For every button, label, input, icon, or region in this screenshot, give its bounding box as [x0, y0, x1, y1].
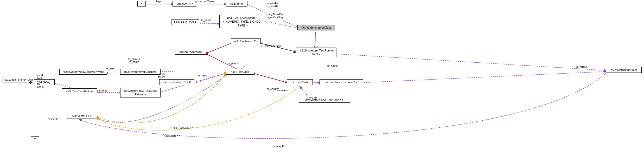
node-std-basic-string: std::basic_string< char > [3, 77, 30, 82]
label-cond-limit-etc: cond limit message file actual [37, 74, 48, 88]
node-ns3-testcase: ns3::TestCase [226, 69, 254, 75]
node-label: ns3::TestCase [231, 70, 249, 73]
node-label: std::vector< TestSuite * > [326, 81, 357, 84]
label-elements-vector-t: elements [48, 118, 58, 121]
node-tcpyeahincrementtest: TcpYeahIncrementTest [297, 25, 335, 30]
node-t: T [31, 136, 39, 142]
svg-line-21 [252, 73, 288, 83]
node-ns3-testcase-result: ns3::TestCase::Result [159, 79, 194, 85]
label-clock-failure: clock failure [158, 73, 165, 79]
node-ns3-time: ns3::Time [226, 1, 247, 6]
label-m-value: m_value [201, 19, 211, 22]
svg-line-15 [335, 54, 606, 70]
label-m-lastackedseq: m_lastAckedSeq m_nextTxSeq [265, 13, 284, 19]
node-k: K [137, 1, 146, 6]
label-elements-testcase-ptr: elements [307, 97, 317, 100]
node-label: std::vector< T > [72, 114, 92, 118]
label-m-runner: m_runner [327, 64, 339, 67]
node-ns3-sequencenumber: ns3::SequenceNumber< NUMERIC_TYPE, SIGNE… [219, 15, 264, 28]
node-std-vector-testcasefailure: std::vector< ns3::TestCaseFailure > [120, 88, 161, 97]
node-ns3-testrunnerimpl: ns3::TestRunnerImpl [606, 67, 642, 73]
node-label: ns3::SystemWallClockMs [124, 70, 157, 73]
label-m-priv: m_priv [106, 68, 114, 70]
label-m-minrtt-m-basertt: m_minRtt m_baseRtt [266, 2, 278, 8]
node-label: ns3::Singleton< TestRunnerImpl > [299, 49, 334, 56]
node-std-vector-testsuite-ptr: std::vector< TestSuite * > [320, 79, 363, 85]
label-elements-testcasefailure: elements [97, 89, 107, 92]
node-label: ns3::SequenceNumber< NUMERIC_TYPE, SIGNE… [223, 16, 261, 27]
label-m-parent: m_parent [228, 62, 239, 65]
label-elements-testsuite: elements [277, 89, 288, 92]
node-ns3-testsuite: ns3::TestSuite [287, 79, 313, 85]
node-label: ns3::TestRunnerImpl [611, 68, 637, 71]
node-label: std::set< K > [177, 2, 193, 5]
node-label: ns3::TestCaseFailure [66, 90, 93, 93]
node-label: NUMERIC_TYPE [174, 21, 196, 24]
node-ns3-testcasefailure: ns3::TestCaseFailure [62, 88, 97, 94]
label-m-result: m_result [198, 74, 208, 77]
label-ns3-testcase-ptr: < ns3::TestCase * > [170, 126, 193, 129]
node-label: ns3::NonCopyable [179, 50, 202, 53]
diagram-container: std::basic_string< char > std::string ns… [0, 0, 644, 163]
label-testsuite-ptr: < TestSuite * > [163, 134, 180, 137]
svg-line-17 [252, 73, 288, 83]
node-label: ns3::Time [231, 2, 243, 5]
node-label: ns3::SystemWallClockMsPrivate [63, 70, 104, 73]
label-testrunnerimpl: < TestRunnerImpl [261, 45, 281, 48]
label-keys: keys [156, 0, 162, 3]
node-ns3-noncopyable: ns3::NonCopyable [175, 49, 206, 55]
node-ns3-systemwallclockmsprivate: ns3::SystemWallClockMsPrivate [59, 69, 107, 75]
svg-line-13 [206, 43, 232, 54]
node-label: std::basic_string< char > [4, 78, 36, 81]
node-ns3-singleton-t: ns3::Singleton< T > [231, 38, 261, 44]
node-ns3-singleton-testrunnerimpl: ns3::Singleton< TestRunnerImpl > [296, 48, 336, 57]
node-label: T [34, 138, 36, 141]
label-m-suites: m_suites [576, 66, 587, 68]
svg-line-16 [316, 32, 316, 49]
node-label: std::vector< ns3::TestCaseFailure > [124, 89, 157, 96]
svg-line-19 [362, 71, 606, 83]
label-m-datadir-m-name: m_dataDir m_name [128, 58, 140, 63]
node-label: TcpYeahIncrementTest [302, 26, 331, 29]
node-label: K [141, 2, 142, 5]
node-std-vector-t: std::vector< T > [67, 113, 97, 119]
node-numeric-type: NUMERIC_TYPE [171, 19, 199, 25]
node-std-set-k: std::set< K > [173, 1, 197, 6]
node-ns3-systemwallclockms: ns3::SystemWallClockMs [120, 69, 161, 75]
node-label: ns3::Singleton< T > [233, 40, 258, 43]
node-label: ns3::TestSuite [291, 81, 309, 84]
node-label: ns3::TestCase::Result [163, 81, 191, 84]
svg-line-4 [263, 21, 298, 28]
label-g-markingtimes: g_markingTimes [195, 0, 214, 3]
label-m-tempdir: m_tempDir [273, 145, 285, 148]
